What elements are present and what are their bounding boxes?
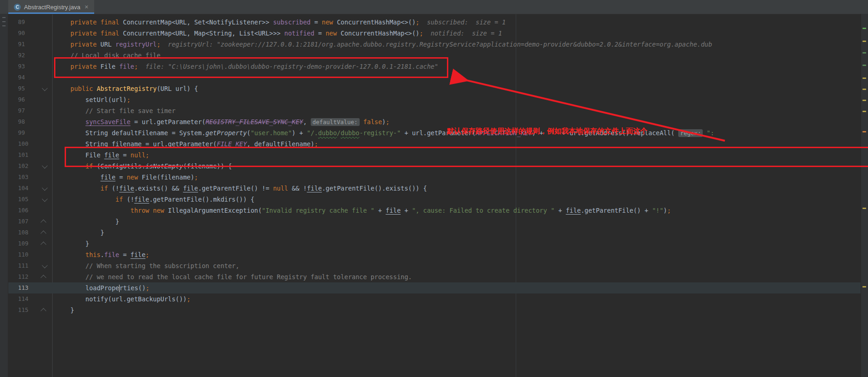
line-number[interactable]: 93	[8, 61, 32, 72]
stripe-mark[interactable]	[862, 89, 866, 90]
fold-up-icon[interactable]	[41, 241, 47, 247]
line-number[interactable]: 99	[8, 127, 32, 138]
error-stripe-scrollbar[interactable]	[861, 14, 868, 377]
stripe-mark[interactable]	[862, 41, 866, 42]
code-line[interactable]: 89 private final ConcurrentMap<URL, Set<…	[8, 17, 861, 28]
code-line[interactable]: 96 setUrl(url);	[8, 94, 861, 105]
line-number[interactable]: 90	[8, 28, 32, 39]
code-text: }	[53, 227, 104, 238]
code-text: syncSaveFile = url.getParameter(REGISTRY…	[53, 116, 390, 127]
stripe-mark[interactable]	[862, 52, 866, 54]
code-line[interactable]: 115 }	[8, 305, 861, 316]
line-number[interactable]: 97	[8, 105, 32, 116]
code-line[interactable]: 104 if (!file.exists() && file.getParent…	[8, 183, 861, 194]
code-line[interactable]: 90 private final ConcurrentMap<URL, Map<…	[8, 28, 861, 39]
line-number[interactable]: 89	[8, 17, 32, 28]
code-line[interactable]: 101 File file = null;	[8, 150, 861, 161]
line-number[interactable]: 105	[8, 194, 32, 205]
line-number[interactable]: 113	[8, 282, 32, 293]
line-number[interactable]: 91	[8, 39, 32, 50]
code-line[interactable]: 92 // Local disk cache file	[8, 50, 861, 61]
stripe-mark[interactable]	[862, 131, 866, 132]
line-number[interactable]: 107	[8, 216, 32, 227]
line-number[interactable]: 101	[8, 150, 32, 161]
line-number[interactable]: 108	[8, 227, 32, 238]
code-line[interactable]: 103 file = new File(filename);	[8, 172, 861, 183]
code-token	[55, 273, 85, 281]
code-line[interactable]: 114 notify(url.getBackupUrls());	[8, 293, 861, 305]
stripe-mark[interactable]	[862, 208, 866, 209]
code-token: ;	[145, 151, 149, 159]
code-token: ;	[145, 251, 149, 258]
line-number[interactable]: 106	[8, 205, 32, 216]
stripe-mark[interactable]	[862, 100, 866, 101]
line-number[interactable]: 102	[8, 161, 32, 172]
code-line[interactable]: 111 // When starting the subscription ce…	[8, 260, 861, 271]
code-line[interactable]: 93 private File file; file: "C:\Users\jo…	[8, 61, 861, 72]
line-number[interactable]: 98	[8, 116, 32, 127]
line-number[interactable]: 115	[8, 305, 32, 316]
code-line[interactable]: 109 }	[8, 238, 861, 249]
code-token: file: "C:\Users\john\.dubbo\dubbo-regist…	[138, 63, 438, 70]
code-line[interactable]: 105 if (!file.getParentFile().mkdirs()) …	[8, 194, 861, 205]
fold-up-icon[interactable]	[41, 219, 47, 225]
code-line[interactable]: 95 public AbstractRegistry(URL url) {	[8, 83, 861, 94]
code-line[interactable]: 113 loadProperties();	[8, 282, 861, 293]
fold-column	[32, 94, 53, 105]
line-number[interactable]: 95	[8, 83, 32, 94]
code-line[interactable]: 99 String defaultFilename = System.getPr…	[8, 127, 861, 138]
line-number[interactable]: 103	[8, 172, 32, 183]
code-token	[55, 174, 101, 181]
code-line[interactable]: 102 if (ConfigUtils.isNotEmpty(filename)…	[8, 161, 861, 172]
code-line[interactable]: 94	[8, 72, 861, 83]
code-token: IllegalArgumentException(	[164, 207, 262, 214]
code-editor[interactable]: 89 private final ConcurrentMap<URL, Set<…	[8, 14, 861, 377]
code-token: new	[127, 174, 138, 181]
code-line[interactable]: 98 syncSaveFile = url.getParameter(REGIS…	[8, 116, 861, 127]
code-line[interactable]: 106 throw new IllegalArgumentException("…	[8, 205, 861, 216]
code-token: registryUrl: "zookeeper://127.0.0.1:2181…	[161, 41, 712, 48]
code-line[interactable]: 91 private URL registryUrl; registryUrl:…	[8, 39, 861, 50]
line-number[interactable]: 100	[8, 138, 32, 150]
code-line[interactable]: 112 // we need to read the local cache f…	[8, 271, 861, 282]
fold-down-icon[interactable]	[42, 262, 48, 268]
line-number[interactable]: 96	[8, 94, 32, 105]
line-number[interactable]: 92	[8, 50, 32, 61]
code-line[interactable]: 108 }	[8, 227, 861, 238]
stripe-mark[interactable]	[862, 78, 866, 79]
code-token: File	[96, 63, 119, 70]
line-number[interactable]: 111	[8, 260, 32, 271]
fold-down-icon[interactable]	[42, 162, 48, 168]
fold-up-icon[interactable]	[41, 275, 47, 281]
close-tab-icon[interactable]: ✕	[84, 4, 89, 10]
line-number[interactable]: 104	[8, 183, 32, 194]
stripe-mark[interactable]	[862, 286, 866, 287]
tab-abstractregistry-java[interactable]: C AbstractRegistry.java ✕	[8, 0, 94, 14]
fold-column	[32, 72, 53, 83]
fold-column	[32, 216, 53, 227]
stripe-mark[interactable]	[862, 65, 866, 66]
line-number[interactable]: 112	[8, 271, 32, 282]
code-line[interactable]: 97 // Start file save timer	[8, 105, 861, 116]
code-text: String filename = url.getParameter(FILE_…	[53, 138, 318, 150]
code-line[interactable]: 110 this.file = file;	[8, 249, 861, 260]
line-number[interactable]: 114	[8, 293, 32, 305]
code-token: new	[326, 30, 337, 37]
line-number[interactable]: 110	[8, 249, 32, 260]
stripe-mark[interactable]	[862, 28, 866, 29]
fold-down-icon[interactable]	[42, 196, 48, 202]
fold-down-icon[interactable]	[42, 85, 48, 91]
fold-up-icon[interactable]	[41, 230, 47, 236]
code-line[interactable]: 100 String filename = url.getParameter(F…	[8, 138, 861, 150]
code-token: .	[101, 251, 104, 258]
fold-down-icon[interactable]	[42, 185, 48, 191]
fold-up-icon[interactable]	[41, 308, 47, 314]
stripe-mark[interactable]	[862, 111, 866, 112]
line-number[interactable]: 109	[8, 238, 32, 249]
code-line[interactable]: 107 }	[8, 216, 861, 227]
line-number[interactable]: 94	[8, 72, 32, 83]
code-token: file	[134, 196, 150, 203]
left-tool-window-stripe[interactable]	[0, 14, 8, 377]
code-text: private File file; file: "C:\Users\john\…	[53, 61, 438, 72]
code-token: ", cause: Failed to create directory "	[412, 207, 555, 214]
